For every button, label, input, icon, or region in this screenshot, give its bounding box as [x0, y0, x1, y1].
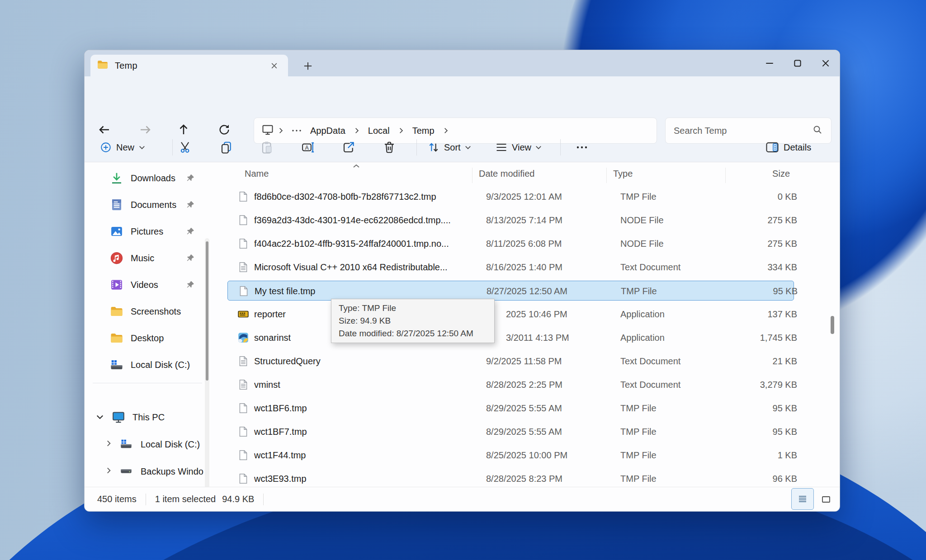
selection-size: 94.9 KB: [222, 494, 254, 504]
file-blank-icon: [237, 187, 250, 207]
file-row[interactable]: wct1BF6.tmp 8/29/2025 5:55 AM TMP File 9…: [227, 398, 794, 418]
sort-button[interactable]: Sort: [423, 136, 476, 158]
sidebar-item-local-disk[interactable]: Local Disk (C:): [89, 353, 207, 377]
column-separator[interactable]: [725, 168, 726, 183]
pin-icon: [186, 280, 195, 291]
file-blank-icon: [237, 398, 250, 418]
close-button[interactable]: [812, 50, 840, 76]
sidebar-item-label: Local Disk (C:): [131, 360, 190, 370]
copy-button[interactable]: [216, 136, 237, 158]
pin-icon: [186, 174, 195, 184]
navigation-sidebar: Downloads Documents: [85, 162, 220, 487]
new-button[interactable]: New: [94, 136, 151, 158]
breadcrumb-overflow-button[interactable]: [288, 129, 306, 132]
sort-icon: [427, 141, 440, 154]
share-button[interactable]: [338, 136, 359, 158]
tooltip-type: Type: TMP File: [339, 303, 487, 313]
column-header-size[interactable]: Size: [690, 169, 790, 179]
file-blank-icon: [237, 445, 250, 465]
sidebar-item-pictures[interactable]: Pictures: [89, 219, 207, 244]
navigation-bar: AppData Local Temp: [85, 76, 840, 132]
file-row[interactable]: wct1BF7.tmp 8/29/2025 5:55 AM TMP File 9…: [227, 422, 794, 442]
file-blank-icon: [237, 469, 250, 489]
details-view-toggle-button[interactable]: [791, 488, 814, 510]
status-separator: [146, 494, 146, 505]
file-row[interactable]: f369a2d3-43dc-4301-914e-ec622086edcd.tmp…: [227, 210, 794, 230]
music-icon: [110, 251, 123, 265]
maximize-button[interactable]: [784, 50, 812, 76]
sidebar-item-backups[interactable]: Backups Windo: [89, 459, 207, 484]
file-row[interactable]: StructuredQuery 9/2/2025 11:58 PM Text D…: [227, 351, 794, 371]
chevron-down-icon: [465, 144, 471, 151]
titlebar: Temp: [85, 50, 840, 76]
videos-icon: [110, 278, 123, 292]
svg-text:A: A: [305, 145, 309, 151]
column-separator[interactable]: [472, 168, 472, 183]
chevron-right-icon[interactable]: [104, 439, 114, 449]
selection-count: 1 item selected: [155, 494, 216, 504]
file-row[interactable]: sonarinst 3/2011 4:13 PM Application 1,7…: [227, 328, 794, 348]
sidebar-item-label: This PC: [132, 412, 165, 423]
window-controls: [756, 50, 840, 76]
sidebar-item-label: Documents: [131, 200, 176, 210]
tab-close-icon[interactable]: [266, 58, 282, 73]
file-blank-icon: [237, 422, 250, 442]
minimize-button[interactable]: [756, 50, 784, 76]
sidebar-item-desktop[interactable]: Desktop: [89, 326, 207, 350]
pin-icon: [186, 200, 195, 211]
file-explorer-window: Temp: [84, 50, 840, 512]
chevron-down-icon: [139, 144, 145, 151]
app-color-icon: [237, 328, 250, 348]
command-toolbar: New A S: [85, 132, 840, 162]
sidebar-item-label: Videos: [131, 280, 158, 290]
file-list-scrollbar-thumb[interactable]: [831, 316, 834, 334]
cut-button[interactable]: [175, 136, 196, 158]
folder-icon: [110, 331, 123, 345]
rename-button[interactable]: A: [298, 136, 318, 158]
file-text-icon: [237, 257, 250, 277]
sidebar-item-documents[interactable]: Documents: [89, 193, 207, 217]
sidebar-item-this-pc-local-disk[interactable]: Local Disk (C:): [89, 432, 207, 456]
details-pane-button[interactable]: Details: [761, 136, 816, 158]
chevron-down-icon[interactable]: [95, 412, 105, 422]
status-separator: [263, 494, 264, 505]
file-row[interactable]: wct3E93.tmp 8/28/2025 8:23 PM TMP File 9…: [227, 469, 794, 489]
file-row[interactable]: f404ac22-b102-4ffb-9315-24ffaf240001.tmp…: [227, 234, 794, 254]
delete-button[interactable]: [379, 136, 400, 158]
pin-icon: [186, 227, 195, 238]
sidebar-item-downloads[interactable]: Downloads: [89, 166, 207, 190]
column-header-name[interactable]: Name: [245, 169, 269, 179]
file-row[interactable]: vminst 8/28/2025 2:25 PM Text Document 3…: [227, 375, 794, 395]
file-row-selected[interactable]: My test file.tmp 8/27/2025 12:50 AM TMP …: [227, 281, 794, 301]
sidebar-scrollbar[interactable]: [205, 238, 209, 509]
new-tab-button[interactable]: [300, 58, 316, 74]
paste-button[interactable]: [257, 136, 278, 158]
sidebar-item-this-pc[interactable]: This PC: [89, 405, 207, 429]
sidebar-item-videos[interactable]: Videos: [89, 273, 207, 297]
explorer-tab[interactable]: Temp: [90, 55, 288, 76]
more-options-button[interactable]: [572, 136, 592, 158]
sidebar-scrollbar-thumb[interactable]: [206, 241, 208, 381]
sidebar-item-label: Local Disk (C:): [141, 439, 200, 450]
view-button[interactable]: View: [491, 136, 546, 158]
file-list: Name Date modified Type Size f8d6b0ce-d3…: [220, 162, 840, 487]
file-tooltip: Type: TMP File Size: 94.9 KB Date modifi…: [331, 299, 495, 343]
column-headers: Name Date modified Type Size: [220, 162, 840, 187]
sidebar-item-music[interactable]: Music: [89, 246, 207, 270]
sidebar-item-screenshots[interactable]: Screenshots: [89, 299, 207, 324]
drive-icon: [120, 438, 133, 451]
file-row[interactable]: wct1F44.tmp 8/25/2025 10:00 PM TMP File …: [227, 445, 794, 465]
column-separator[interactable]: [606, 168, 607, 183]
column-header-date[interactable]: Date modified: [479, 169, 534, 179]
status-bar: 450 items 1 item selected 94.9 KB: [85, 487, 840, 511]
app-badge-icon: [237, 304, 250, 324]
folder-icon: [110, 305, 123, 318]
sidebar-item-label: Screenshots: [131, 306, 181, 317]
sidebar-item-label: Music: [131, 253, 154, 264]
column-header-type[interactable]: Type: [613, 169, 633, 179]
chevron-right-icon[interactable]: [104, 466, 114, 476]
file-row[interactable]: f8d6b0ce-d302-4708-b0fb-7b28f67713c2.tmp…: [227, 187, 794, 207]
file-row[interactable]: Microsoft Visual C++ 2010 x64 Redistribu…: [227, 257, 794, 277]
large-icons-view-toggle-button[interactable]: [819, 493, 833, 506]
file-row[interactable]: reporter 2025 10:46 PM Application 137 K…: [227, 304, 794, 324]
